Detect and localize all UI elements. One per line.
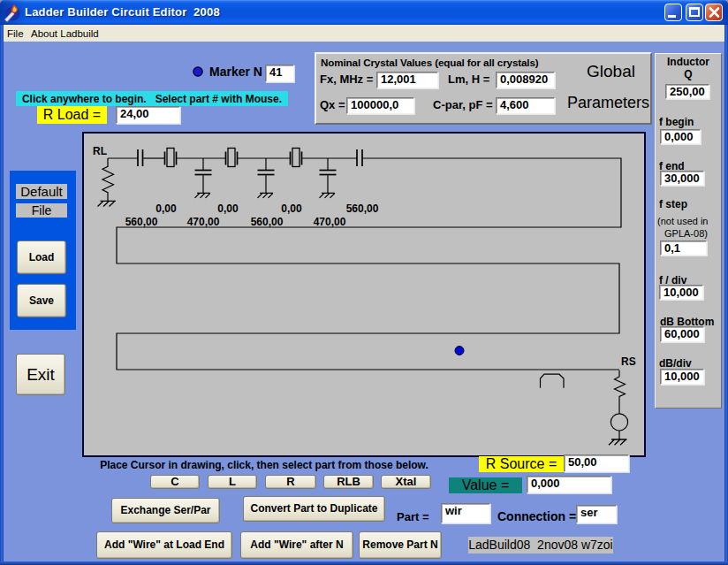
svg-text:0,00: 0,00 — [217, 202, 239, 215]
svg-text:RL: RL — [93, 145, 107, 157]
svg-text:RS: RS — [621, 355, 636, 368]
svg-text:0,00: 0,00 — [281, 202, 302, 215]
svg-text:470,00: 470,00 — [314, 216, 346, 228]
svg-text:560,00: 560,00 — [346, 202, 379, 215]
svg-text:560,00: 560,00 — [251, 216, 284, 228]
svg-text:560,00: 560,00 — [125, 216, 158, 228]
svg-text:0,00: 0,00 — [155, 202, 177, 215]
svg-text:470,00: 470,00 — [187, 216, 220, 228]
